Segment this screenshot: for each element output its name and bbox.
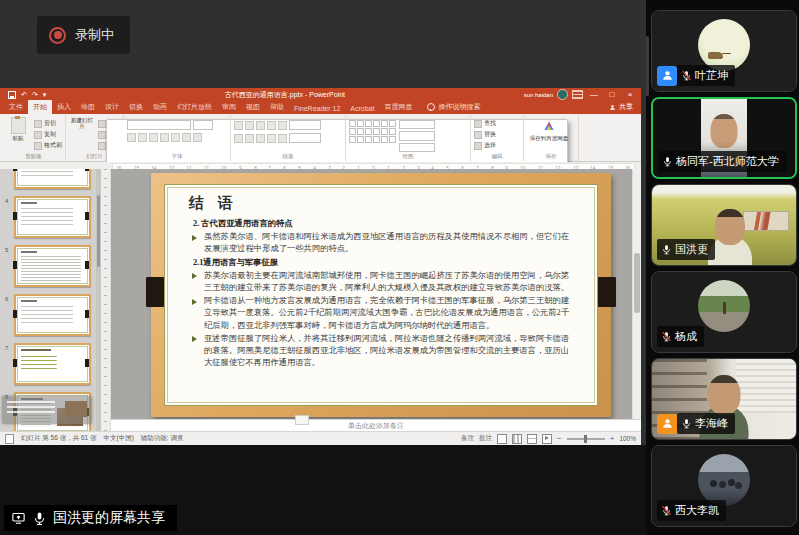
- slide-thumbnail-partial[interactable]: [14, 169, 91, 189]
- shape-fill-button[interactable]: [399, 143, 435, 152]
- redo-icon[interactable]: ↷: [32, 91, 38, 98]
- tell-me-search[interactable]: 操作说明搜索: [427, 102, 480, 112]
- zoom-percentage[interactable]: 100%: [619, 435, 636, 442]
- align-right-button[interactable]: [256, 134, 265, 143]
- strikethrough-button[interactable]: [160, 133, 169, 142]
- ribbon-tab[interactable]: 文件: [4, 100, 28, 114]
- justify-button[interactable]: [267, 134, 276, 143]
- language-status[interactable]: 中文(中国): [104, 434, 134, 443]
- quick-styles-button[interactable]: [399, 131, 435, 140]
- slide-thumbnail[interactable]: 6: [14, 294, 91, 336]
- comments-toggle[interactable]: 批注: [479, 434, 492, 443]
- lightbulb-icon: [427, 103, 435, 111]
- accessibility-status[interactable]: 辅助功能: 调查: [141, 434, 184, 443]
- underline-button[interactable]: [149, 133, 158, 142]
- numbering-button[interactable]: [245, 121, 254, 130]
- participant-tile[interactable]: 国洪更: [651, 184, 797, 266]
- indent-decrease-button[interactable]: [256, 121, 265, 130]
- slideshow-button[interactable]: [542, 434, 552, 444]
- align-center-button[interactable]: [245, 134, 254, 143]
- participant-tile[interactable]: 李海峰: [651, 358, 797, 440]
- person-icon: [609, 104, 616, 111]
- ribbon-tab[interactable]: 插入: [52, 100, 76, 114]
- slide-thumbnail[interactable]: 4: [14, 196, 91, 238]
- slide-thumbnail[interactable]: 7: [14, 343, 91, 385]
- new-slide-button[interactable]: 新建幻灯片: [69, 117, 95, 152]
- ribbon-display-icon[interactable]: [572, 90, 583, 99]
- font-name-combo[interactable]: [127, 120, 191, 130]
- indent-increase-button[interactable]: [267, 121, 276, 130]
- ribbon-tab[interactable]: 切换: [124, 100, 148, 114]
- ribbon-tab[interactable]: 开始: [28, 100, 52, 114]
- font-size-combo[interactable]: [193, 120, 213, 130]
- slide-thumbnail[interactable]: 5: [14, 245, 91, 287]
- save-icon[interactable]: [8, 91, 16, 99]
- ribbon-tab[interactable]: 百度网盘: [379, 100, 417, 114]
- bullets-button[interactable]: [234, 121, 243, 130]
- restore-button[interactable]: □: [605, 89, 619, 101]
- zoom-in-button[interactable]: +: [610, 434, 615, 443]
- ribbon-group-font: 字体: [124, 115, 231, 161]
- participant-name: 西大李凯: [675, 503, 719, 518]
- ribbon-tab[interactable]: 视图: [241, 100, 265, 114]
- columns-button[interactable]: [278, 134, 287, 143]
- ribbon-group-paragraph: 段落: [231, 115, 346, 161]
- replace-button[interactable]: 替换: [474, 130, 496, 139]
- format-painter-button[interactable]: 格式刷: [34, 141, 62, 150]
- slide-thumbnail-pane: 4 5 6 7 8: [0, 169, 101, 432]
- save-to-netdisk-button[interactable]: 保存到百度网盘: [527, 117, 571, 152]
- find-icon: [474, 120, 482, 128]
- normal-view-button[interactable]: [497, 434, 507, 444]
- notes-placeholder[interactable]: 单击此处添加备注: [348, 421, 404, 431]
- recording-indicator[interactable]: 录制中: [37, 16, 130, 54]
- notes-toggle[interactable]: 备注: [461, 434, 474, 443]
- undo-icon[interactable]: ↶: [21, 91, 27, 98]
- shapes-gallery[interactable]: [349, 117, 396, 152]
- participant-tile[interactable]: 杨同军-西北师范大学: [651, 97, 797, 179]
- participant-tile[interactable]: 西大李凯: [651, 445, 797, 527]
- arrange-button[interactable]: [399, 120, 435, 129]
- thumbnail-scrollbar[interactable]: [96, 169, 101, 432]
- close-button[interactable]: ×: [623, 89, 637, 101]
- font-color-button[interactable]: [193, 133, 202, 142]
- text-shadow-button[interactable]: [171, 133, 180, 142]
- text-direction-button[interactable]: [289, 120, 321, 130]
- reading-view-button[interactable]: [527, 434, 537, 444]
- align-left-button[interactable]: [234, 134, 243, 143]
- ppt-share-button[interactable]: 共享: [603, 100, 639, 114]
- minimize-button[interactable]: —: [587, 89, 601, 101]
- ribbon-tab[interactable]: 设计: [100, 100, 124, 114]
- copy-button[interactable]: 复制: [34, 130, 62, 139]
- ribbon-tab[interactable]: FineReader 12: [289, 103, 345, 114]
- sidebar-scrollbar[interactable]: [646, 36, 649, 96]
- ribbon-tab[interactable]: 幻灯片放映: [172, 100, 217, 114]
- screen-share-banner[interactable]: 国洪更的屏幕共享: [4, 505, 177, 531]
- spellcheck-icon[interactable]: [5, 434, 14, 444]
- participant-tile[interactable]: 叶芷坤: [651, 10, 797, 92]
- convert-smartart-button[interactable]: [289, 133, 321, 143]
- participant-tile[interactable]: 杨成: [651, 271, 797, 353]
- cut-button[interactable]: 剪切: [34, 119, 62, 128]
- line-spacing-button[interactable]: [278, 121, 287, 130]
- zoom-slider[interactable]: [567, 438, 605, 440]
- group-label: 幻灯片: [66, 153, 123, 160]
- zoom-slider-thumb[interactable]: [584, 435, 587, 443]
- ribbon-tab[interactable]: 动画: [148, 100, 172, 114]
- ribbon-tab[interactable]: 帮助: [265, 100, 289, 114]
- italic-button[interactable]: [138, 133, 147, 142]
- zoom-out-button[interactable]: −: [557, 434, 562, 443]
- ribbon-tab[interactable]: 审阅: [217, 100, 241, 114]
- notes-splitter-handle[interactable]: [295, 415, 309, 425]
- character-spacing-button[interactable]: [182, 133, 191, 142]
- canvas-scrollbar[interactable]: [632, 169, 641, 419]
- find-button[interactable]: 查找: [474, 119, 496, 128]
- paste-button[interactable]: 粘贴: [5, 117, 31, 152]
- slide-right-clip-decoration: [598, 277, 616, 307]
- account-avatar[interactable]: [557, 89, 568, 100]
- account-name[interactable]: sun haidan: [524, 92, 553, 98]
- ribbon-tab[interactable]: 绘图: [76, 100, 100, 114]
- select-button[interactable]: 选择: [474, 141, 496, 150]
- slide-sorter-view-button[interactable]: [512, 434, 522, 444]
- ribbon-tab[interactable]: Acrobat: [345, 103, 379, 114]
- bold-button[interactable]: [127, 133, 136, 142]
